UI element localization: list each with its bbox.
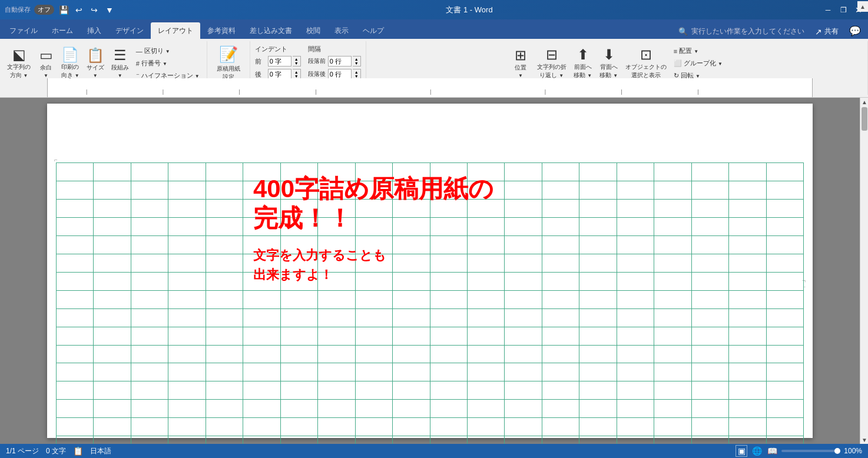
grid-cell-4-8[interactable] [206, 309, 243, 327]
grid-cell-18-6[interactable] [729, 273, 766, 291]
tab-mailings[interactable]: 差し込み文書 [243, 22, 299, 39]
grid-cell-0-3[interactable] [57, 218, 93, 236]
grid-cell-6-12[interactable] [281, 381, 317, 400]
grid-cell-3-3[interactable] [168, 218, 205, 236]
grid-cell-9-10[interactable] [393, 346, 429, 364]
grid-cell-16-4[interactable] [654, 236, 691, 254]
save-icon[interactable]: 💾 [58, 4, 69, 16]
grid-cell-5-13[interactable] [243, 400, 280, 418]
spacing-before-spinner[interactable]: ▲▼ [353, 56, 361, 67]
grid-cell-17-1[interactable] [692, 181, 728, 200]
share-button[interactable]: ↗ 共有 [809, 24, 844, 39]
grid-cell-17-13[interactable] [692, 400, 728, 418]
grid-cell-17-0[interactable] [692, 163, 728, 181]
grid-cell-1-2[interactable] [94, 200, 130, 218]
grid-cell-14-11[interactable] [579, 363, 616, 381]
grid-cell-16-8[interactable] [654, 309, 691, 327]
grid-cell-14-3[interactable] [579, 218, 616, 236]
grid-cell-9-15[interactable] [393, 436, 429, 444]
grid-cell-7-9[interactable] [318, 327, 355, 346]
grid-cell-5-12[interactable] [243, 381, 280, 400]
print-layout-view-button[interactable]: ▣ [736, 445, 747, 457]
grid-cell-1-11[interactable] [94, 363, 130, 381]
grid-cell-10-9[interactable] [430, 327, 467, 346]
grid-cell-15-15[interactable] [617, 436, 654, 444]
grid-cell-6-15[interactable] [281, 436, 317, 444]
line-numbers-button[interactable]: # 行番号 ▼ [134, 58, 202, 69]
grid-cell-19-12[interactable] [767, 381, 803, 400]
web-layout-view-button[interactable]: 🌐 [751, 445, 763, 457]
grid-cell-2-6[interactable] [131, 273, 168, 291]
spacing-before-input[interactable] [328, 56, 352, 67]
grid-cell-15-0[interactable] [617, 163, 654, 181]
grid-cell-1-8[interactable] [94, 309, 130, 327]
grid-cell-5-7[interactable] [243, 291, 280, 309]
grid-cell-0-5[interactable] [57, 254, 93, 273]
grid-cell-8-15[interactable] [356, 436, 392, 444]
grid-cell-13-11[interactable] [542, 363, 579, 381]
grid-cell-8-10[interactable] [356, 346, 392, 364]
grid-cell-17-5[interactable] [692, 254, 728, 273]
grid-cell-9-9[interactable] [393, 327, 429, 346]
grid-cell-12-1[interactable] [505, 181, 541, 200]
grid-cell-14-6[interactable] [579, 273, 616, 291]
grid-cell-2-2[interactable] [131, 200, 168, 218]
grid-cell-17-14[interactable] [692, 418, 728, 436]
grid-cell-0-10[interactable] [57, 346, 93, 364]
grid-cell-13-9[interactable] [542, 327, 579, 346]
grid-cell-6-14[interactable] [281, 418, 317, 436]
autosave-toggle[interactable]: オフ [34, 5, 54, 15]
grid-cell-3-13[interactable] [168, 400, 205, 418]
tab-review[interactable]: 校閲 [299, 22, 327, 39]
grid-cell-9-3[interactable] [393, 218, 429, 236]
grid-cell-15-13[interactable] [617, 400, 654, 418]
grid-cell-7-2[interactable] [318, 200, 355, 218]
grid-cell-14-9[interactable] [579, 327, 616, 346]
grid-cell-14-4[interactable] [579, 236, 616, 254]
grid-cell-19-3[interactable] [767, 218, 803, 236]
grid-cell-0-8[interactable] [57, 309, 93, 327]
grid-cell-3-2[interactable] [168, 200, 205, 218]
grid-cell-7-1[interactable] [318, 181, 355, 200]
grid-cell-11-6[interactable] [468, 273, 504, 291]
grid-cell-19-14[interactable] [767, 418, 803, 436]
grid-cell-18-11[interactable] [729, 363, 766, 381]
grid-cell-11-1[interactable] [468, 181, 504, 200]
grid-cell-4-4[interactable] [206, 236, 243, 254]
grid-cell-13-12[interactable] [542, 381, 579, 400]
grid-cell-7-8[interactable] [318, 309, 355, 327]
grid-cell-18-9[interactable] [729, 327, 766, 346]
zoom-slider[interactable] [781, 450, 840, 452]
grid-cell-5-11[interactable] [243, 363, 280, 381]
grid-cell-13-15[interactable] [542, 436, 579, 444]
grid-cell-12-7[interactable] [505, 291, 541, 309]
grid-cell-10-15[interactable] [430, 436, 467, 444]
grid-cell-15-5[interactable] [617, 254, 654, 273]
ribbon-search[interactable]: 🔍 実行したい作業を入力してください [674, 24, 809, 39]
grid-cell-4-3[interactable] [206, 218, 243, 236]
read-mode-button[interactable]: 📖 [766, 445, 778, 457]
grid-cell-2-15[interactable] [131, 436, 168, 444]
grid-cell-18-7[interactable] [729, 291, 766, 309]
tab-design[interactable]: デザイン [108, 22, 151, 39]
grid-cell-4-11[interactable] [206, 363, 243, 381]
grid-cell-0-2[interactable] [57, 200, 93, 218]
customize-icon[interactable]: ▼ [104, 4, 115, 16]
grid-cell-9-2[interactable] [393, 200, 429, 218]
grid-cell-1-14[interactable] [94, 418, 130, 436]
grid-cell-16-10[interactable] [654, 346, 691, 364]
grid-cell-5-0[interactable] [243, 163, 280, 181]
grid-cell-7-6[interactable] [318, 273, 355, 291]
grid-cell-10-12[interactable] [430, 381, 467, 400]
grid-cell-5-3[interactable] [243, 218, 280, 236]
grid-cell-10-8[interactable] [430, 309, 467, 327]
grid-cell-13-2[interactable] [542, 200, 579, 218]
grid-cell-16-1[interactable] [654, 181, 691, 200]
bring-forward-button[interactable]: ⬆ 前面へ移動 ▼ [571, 46, 595, 81]
grid-cell-16-5[interactable] [654, 254, 691, 273]
grid-cell-15-7[interactable] [617, 291, 654, 309]
grid-cell-12-3[interactable] [505, 218, 541, 236]
grid-cell-1-7[interactable] [94, 291, 130, 309]
grid-cell-8-8[interactable] [356, 309, 392, 327]
grid-cell-8-1[interactable] [356, 181, 392, 200]
